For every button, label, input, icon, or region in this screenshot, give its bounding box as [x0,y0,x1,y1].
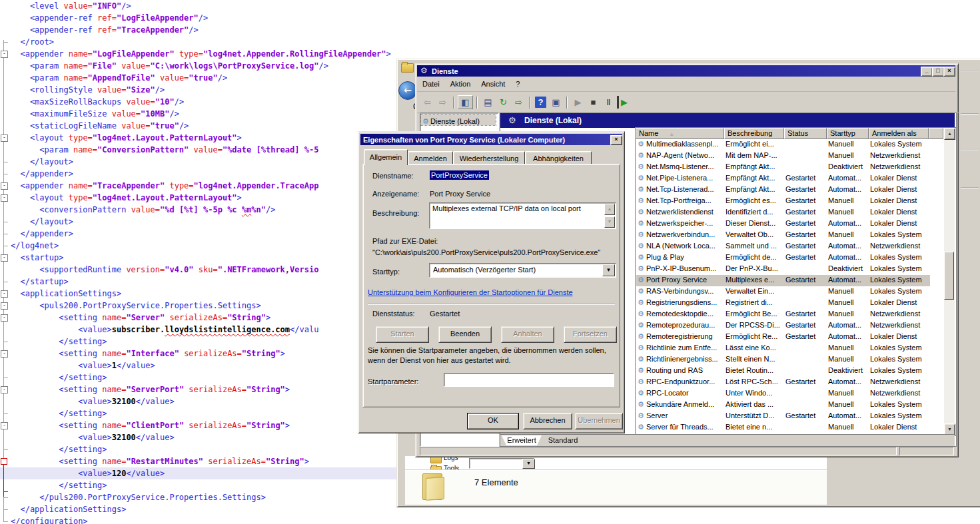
start-params-note-line1: Sie können die Startparameter angeben, d… [368,346,606,354]
services-titlebar[interactable]: ⚙ Dienste _□× [417,65,955,77]
scroll-up-icon[interactable]: ▲ [944,128,955,140]
service-row[interactable]: ⚙PnP-X-IP-Busenum...Der PnP-X-Bu...Deakt… [636,264,944,275]
fold-collapse-icon[interactable]: - [1,302,8,310]
service-row[interactable]: ⚙Sekundäre Anmeld...Aktiviert das ...Man… [636,399,944,411]
gear-icon: ⚙ [638,287,644,296]
tree-item-dienste-lokal[interactable]: ⚙Dienste (Lokal) [421,115,496,125]
service-row[interactable]: ⚙Routing und RASBietet Routin...Deaktivi… [636,366,944,377]
button-abbrechen[interactable]: Abbrechen [523,413,572,429]
scroll-down-icon[interactable]: ▼ [604,216,615,228]
start-service-icon[interactable]: ▶ [571,96,585,109]
help-icon[interactable]: ? [535,97,546,108]
service-row[interactable]: ⚙NLA (Network Loca...Sammelt und ...Gest… [636,241,944,252]
close-icon[interactable]: × [610,135,622,145]
cell-logonas: Lokales System [870,264,930,272]
service-row[interactable]: ⚙Net.Pipe-Listenera...Empfängt Akt...Ges… [636,173,944,184]
pause-service-icon[interactable]: Ⅱ [602,96,616,109]
description-textbox[interactable]: Multiplexes external TCP/IP data on loca… [429,202,616,229]
view-tab-standard[interactable]: Standard [543,435,583,445]
dropdown-icon[interactable]: ▼ [602,264,615,276]
scrollbar-thumb[interactable] [944,252,954,300]
service-row[interactable]: ⚙Port Proxy ServiceMultiplexes e...Gesta… [636,275,944,286]
service-row[interactable]: ⚙NetzwerklistendienstIdentifiziert d...G… [636,207,944,218]
fold-collapse-icon[interactable]: - [1,254,8,262]
forward-icon[interactable]: ⇨ [436,96,450,109]
menu-ansicht[interactable]: Ansicht [476,78,510,89]
tab-abhängigkeiten[interactable]: Abhängigkeiten [525,151,592,165]
column-header-starttyp[interactable]: Starttyp [827,128,869,139]
restart-service-icon[interactable]: ▶ [617,96,630,109]
fold-collapse-icon[interactable]: - [1,350,8,358]
column-header-beschreibung[interactable]: Beschreibung [724,128,784,139]
menu-help[interactable]: ? [510,78,525,89]
folder-icon [430,466,442,469]
start-params-note-line2: wenn der Dienst von hier aus gestartet w… [368,356,511,364]
tab-wiederherstellung[interactable]: Wiederherstellung [453,151,525,165]
fold-collapse-icon[interactable]: - [1,386,8,393]
startoptions-help-link[interactable]: Unterstützung beim Konfigurieren der Sta… [368,288,573,296]
column-header-blank[interactable] [929,128,943,139]
scrollbar[interactable]: ▲ ▼ [944,128,955,434]
service-row[interactable]: ⚙Remoteprozedurau...Der RPCSS-Di...Gesta… [636,320,944,332]
service-row[interactable]: ⚙RAS-Verbindungsv...Verwaltet Ein...Manu… [636,286,944,298]
service-row[interactable]: ⚙Net.Tcp-Portfreiga...Ermöglicht es...Ge… [636,196,944,207]
show-window-icon[interactable]: ▣ [549,96,563,109]
button-ok[interactable]: OK [467,413,519,429]
column-header-anmeldenals[interactable]: Anmelden als [869,128,929,139]
fold-collapse-icon[interactable]: - [1,314,8,322]
fold-collapse-icon[interactable]: - [1,182,8,190]
tab-allgemein[interactable]: Allgemein [364,149,408,165]
code-line: <layout type="log4net.Layout.PatternLayo… [0,192,242,204]
service-row[interactable]: ⚙RPC-Endpunktzuor...Löst RPC-Sch...Gesta… [636,377,944,388]
button-beenden[interactable]: Beenden [438,326,492,343]
service-row[interactable]: ⚙ServerUnterstützt D...GestartetAutomat.… [636,411,944,422]
maximize-button[interactable]: □ [932,67,944,77]
service-row[interactable]: ⚙Net.Tcp-Listenerad...Empfängt Akt...Ges… [636,184,944,196]
column-header-status[interactable]: Status [784,128,827,139]
stop-service-icon[interactable]: ■ [586,96,600,109]
fold-collapse-icon[interactable]: - [1,290,8,298]
back-icon[interactable]: ⇦ [420,96,434,109]
service-row[interactable]: ⚙Netzwerkspeicher-...Dieser Dienst...Ges… [636,218,944,230]
cell-name: Net.Msmq-Listener... [646,162,724,170]
properties-icon[interactable]: ▤ [481,96,495,109]
start-params-input[interactable] [444,373,614,387]
fold-collapse-icon[interactable]: - [1,194,8,202]
close-button[interactable]: × [943,67,955,77]
fold-collapse-icon[interactable]: - [1,134,8,142]
menu-aktion[interactable]: Aktion [445,78,476,89]
service-row[interactable]: ⚙Multimediaklassenpl...Ermöglicht ei...M… [636,139,944,150]
cell-starttype: Manuell [828,344,869,352]
code-line: <value>32100</value> [0,395,175,407]
service-row[interactable]: ⚙RemoteregistrierungErmöglicht Re...Gest… [636,332,944,343]
menu-datei[interactable]: Datei [417,78,445,89]
start-type-combobox[interactable]: Automatisch (Verzögerter Start) ▼ [429,263,616,278]
service-row[interactable]: ⚙Richtlinie zum Entfe...Lässt eine Ko...… [636,343,944,354]
view-tab-erweitert[interactable]: Erweitert [502,435,542,445]
service-row[interactable]: ⚙Plug & PlayErmöglicht de...GestartetAut… [636,252,944,264]
export-list-icon[interactable]: ⇨ [512,96,526,109]
fold-range-highlight [3,491,8,492]
service-row[interactable]: ⚙Netzwerkverbindun...Verwaltet Ob...Gest… [636,230,944,241]
service-row[interactable]: ⚙Remotedesktopdie...Ermöglicht Be...Gest… [636,309,944,320]
dialog-titlebar[interactable]: Eigenschaften von Port Proxy Service (Lo… [360,134,622,145]
dropdown-icon[interactable]: ▼ [522,459,535,469]
fold-collapse-icon[interactable]: - [1,51,8,58]
column-header-name[interactable]: Name▲ [636,128,724,139]
minimize-button[interactable]: _ [921,67,933,77]
tab-anmelden[interactable]: Anmelden [408,151,453,165]
code-token: value= [126,97,155,107]
refresh-icon[interactable]: ↻ [496,96,510,109]
fold-collapse-icon[interactable]: - [1,422,8,429]
service-row[interactable]: ⚙Registrierungsdiens...Registriert di...… [636,298,944,309]
show-console-tree-icon[interactable]: ◧ [458,95,473,109]
service-name-value[interactable]: PortProxyService [430,170,489,180]
scroll-up-icon[interactable]: ▲ [604,204,615,215]
service-row[interactable]: ⚙Server für Threads...Bietet eine n...Ma… [636,422,944,433]
back-icon[interactable]: ← [398,81,417,100]
service-row[interactable]: ⚙NAP-Agent (Netwo...Mit dem NAP-...Manue… [636,150,944,162]
service-row[interactable]: ⚙Net.Msmq-Listener...Empfängt Akt...Deak… [636,162,944,173]
cell-name: Net.Pipe-Listenera... [646,174,724,182]
service-row[interactable]: ⚙RPC-LocatorUnter Windo...ManuellNetzwer… [636,388,944,399]
service-row[interactable]: ⚙Richtlinienergebniss...Stellt einen N..… [636,354,944,366]
